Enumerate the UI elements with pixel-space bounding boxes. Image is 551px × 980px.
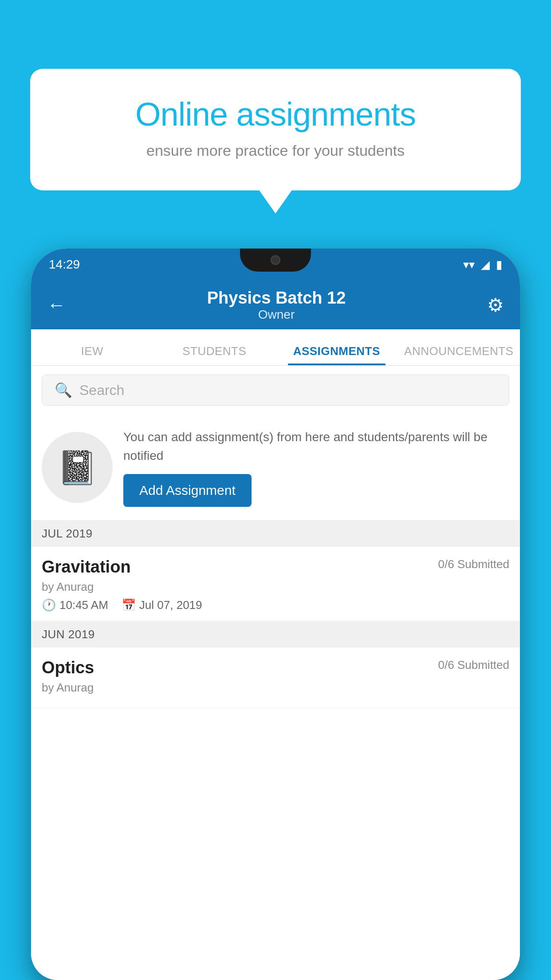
- assignment-by-gravitation: by Anurag: [42, 580, 509, 594]
- meta-time-gravitation: 🕐 10:45 AM: [42, 598, 108, 612]
- search-bar[interactable]: 🔍 Search: [42, 375, 509, 406]
- bubble-title: Online assignments: [61, 95, 490, 133]
- assignment-name-gravitation: Gravitation: [42, 557, 131, 577]
- notch: [240, 249, 311, 272]
- date-value-gravitation: Jul 07, 2019: [139, 598, 202, 612]
- assignment-meta-gravitation: 🕐 10:45 AM 📅 Jul 07, 2019: [42, 598, 509, 612]
- meta-date-gravitation: 📅 Jul 07, 2019: [122, 598, 202, 612]
- header-center: Physics Batch 12 Owner: [66, 288, 487, 322]
- search-container: 🔍 Search: [31, 366, 520, 415]
- section-header-jun: JUN 2019: [31, 621, 520, 648]
- status-bar: 14:29 ▾▾ ◢ ▮: [31, 249, 520, 281]
- battery-icon: ▮: [496, 258, 502, 272]
- search-icon: 🔍: [55, 382, 72, 399]
- add-assignment-section: 📓 You can add assignment(s) from here an…: [31, 415, 520, 521]
- add-assignment-button[interactable]: Add Assignment: [123, 474, 252, 507]
- phone-frame: 14:29 ▾▾ ◢ ▮ ← Physics Batch 12 Owner ⚙ …: [31, 249, 520, 980]
- settings-icon[interactable]: ⚙: [487, 294, 504, 316]
- speech-bubble-wrapper: Online assignments ensure more practice …: [30, 69, 521, 190]
- time-value-gravitation: 10:45 AM: [59, 598, 108, 612]
- tab-iew[interactable]: IEW: [31, 344, 153, 365]
- submitted-badge-gravitation: 0/6 Submitted: [438, 557, 509, 571]
- section-header-jul: JUL 2019: [31, 521, 520, 547]
- assignment-item-optics[interactable]: Optics 0/6 Submitted by Anurag: [31, 648, 520, 708]
- bubble-subtitle: ensure more practice for your students: [61, 142, 490, 159]
- add-assignment-right: You can add assignment(s) from here and …: [123, 428, 509, 507]
- assignment-row-top-optics: Optics 0/6 Submitted: [42, 658, 509, 677]
- header-subtitle: Owner: [66, 308, 487, 322]
- assignment-icon-circle: 📓: [42, 432, 113, 503]
- header-title: Physics Batch 12: [66, 288, 487, 308]
- tab-announcements[interactable]: ANNOUNCEMENTS: [398, 344, 520, 365]
- status-icons: ▾▾ ◢ ▮: [463, 258, 502, 272]
- search-placeholder: Search: [79, 382, 124, 399]
- phone-content: 🔍 Search 📓 You can add assignment(s) fro…: [31, 366, 520, 980]
- app-header: ← Physics Batch 12 Owner ⚙: [31, 281, 520, 329]
- clock-icon: 🕐: [42, 598, 56, 612]
- assignment-by-optics: by Anurag: [42, 681, 509, 695]
- phone-inner: 14:29 ▾▾ ◢ ▮ ← Physics Batch 12 Owner ⚙ …: [31, 249, 520, 980]
- notch-camera: [271, 255, 280, 265]
- speech-bubble: Online assignments ensure more practice …: [30, 69, 521, 190]
- tab-bar: IEW STUDENTS ASSIGNMENTS ANNOUNCEMENTS: [31, 329, 520, 366]
- signal-icon: ◢: [481, 258, 490, 272]
- status-time: 14:29: [49, 257, 80, 272]
- calendar-icon: 📅: [122, 598, 136, 612]
- add-assignment-description: You can add assignment(s) from here and …: [123, 428, 509, 465]
- assignment-row-top: Gravitation 0/6 Submitted: [42, 557, 509, 577]
- back-button[interactable]: ←: [47, 294, 66, 316]
- wifi-icon: ▾▾: [463, 258, 475, 272]
- notebook-icon: 📓: [57, 448, 98, 487]
- tab-students[interactable]: STUDENTS: [153, 344, 276, 365]
- tab-assignments[interactable]: ASSIGNMENTS: [276, 344, 398, 365]
- submitted-badge-optics: 0/6 Submitted: [438, 658, 509, 672]
- assignment-item-gravitation[interactable]: Gravitation 0/6 Submitted by Anurag 🕐 10…: [31, 547, 520, 621]
- assignment-name-optics: Optics: [42, 658, 94, 677]
